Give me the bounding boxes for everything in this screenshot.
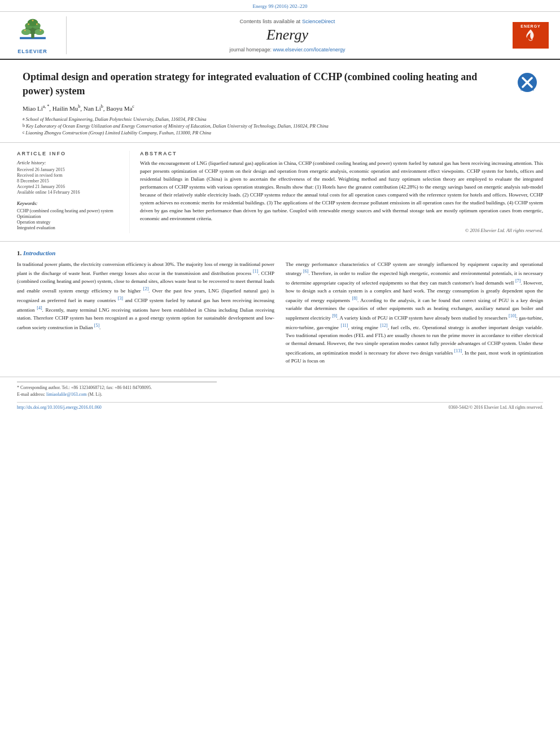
elsevier-tree-icon: [13, 16, 53, 47]
affiliation-c: c Liaoning Zhongyu Construction (Group) …: [23, 130, 537, 136]
crossmark-badge[interactable]: CrossMark: [517, 72, 537, 93]
article-history: Article history: Received 26 January 201…: [17, 160, 118, 195]
intro-para-2: The energy performance characteristics o…: [286, 261, 543, 365]
footnote-email-line: E-mail address: limiaolalile@163.com (M.…: [17, 392, 543, 397]
author-miao-li: Miao Li: [23, 105, 43, 112]
journal-homepage-line: journal homepage: www.elsevier.com/locat…: [229, 47, 345, 53]
journal-homepage-link[interactable]: www.elsevier.com/locate/energy: [273, 47, 345, 53]
history-online: Available online 14 February 2016: [17, 190, 118, 195]
intro-col-right: The energy performance characteristics o…: [286, 261, 543, 369]
svg-point-12: [32, 20, 33, 21]
svg-point-4: [34, 29, 44, 35]
author-baoyu-ma: Baoyu Ma: [106, 105, 132, 112]
energy-logo-text: ENERGY: [516, 24, 545, 28]
issn-text: 0360-5442/© 2016 Elsevier Ltd. All right…: [449, 405, 543, 410]
history-received: Received 26 January 2015: [17, 167, 118, 172]
doi-link[interactable]: http://dx.doi.org/10.1016/j.energy.2016.…: [17, 405, 102, 410]
article-info-column: ARTICLE INFO Article history: Received 2…: [17, 151, 130, 233]
contents-available-label: Contents lists available at ScienceDirec…: [240, 18, 335, 24]
history-revised-date: 8 December 2015: [17, 178, 118, 184]
sciencedirect-link[interactable]: ScienceDirect: [302, 18, 335, 24]
author-nan-li: Nan Li: [84, 105, 101, 112]
affiliation-b: b Key Laboratory of Ocean Energy Utiliza…: [23, 123, 537, 129]
svg-point-11: [36, 23, 37, 25]
section-number: 1.: [17, 250, 23, 256]
affiliations: a School of Mechanical Engineering, Dali…: [23, 116, 537, 136]
keywords-label: Keywords:: [17, 200, 118, 206]
intro-heading: 1. Introduction: [17, 250, 543, 256]
copyright-notice: © 2016 Elsevier Ltd. All rights reserved…: [140, 228, 543, 233]
elsevier-logo: ELSEVIER: [13, 16, 53, 54]
journal-citation: Energy 99 (2016) 202–220: [0, 0, 560, 12]
energy-logo-area: ENERGY: [508, 16, 553, 54]
affiliation-a: a School of Mechanical Engineering, Dali…: [23, 116, 537, 122]
authors-line: Miao Lia, *, Hailin Mub, Nan Lib, Baoyu …: [23, 104, 537, 112]
article-header: Optimal design and operation strategy fo…: [0, 60, 560, 143]
svg-point-10: [28, 23, 29, 25]
keyword-operation-strategy: Operation strategy: [17, 220, 118, 225]
footnote-section: * Corresponding author. Tel.: +86 132340…: [0, 377, 560, 402]
abstract-text: With the encouragement of LNG (liquefied…: [140, 160, 543, 223]
history-revised-label: Received in revised form: [17, 173, 118, 178]
article-info-label: ARTICLE INFO: [17, 151, 118, 156]
article-title: Optimal design and operation strategy fo…: [23, 70, 506, 98]
article-body: ARTICLE INFO Article history: Received 2…: [0, 143, 560, 242]
energy-logo-icon: [519, 28, 542, 45]
intro-col-left: In traditional power plants, the electri…: [17, 261, 274, 369]
keyword-cchp: CCHP (combined cooling heating and power…: [17, 208, 118, 213]
bottom-bar: http://dx.doi.org/10.1016/j.energy.2016.…: [0, 403, 560, 412]
svg-point-9: [40, 29, 41, 31]
svg-point-8: [24, 29, 25, 31]
journal-header: ELSEVIER Contents lists available at Sci…: [0, 12, 560, 60]
footnote-email-link[interactable]: limiaolalile@163.com: [46, 392, 87, 397]
svg-text:CrossMark: CrossMark: [520, 88, 535, 91]
journal-name-display: Energy: [266, 27, 308, 43]
energy-logo-box: ENERGY: [513, 22, 549, 49]
crossmark-icon: CrossMark: [517, 72, 537, 93]
history-accepted: Accepted 21 January 2016: [17, 184, 118, 189]
author-hailin-mu: Hailin Mu: [53, 105, 78, 112]
keyword-integrated-evaluation: Integrated evaluation: [17, 225, 118, 230]
abstract-label: ABSTRACT: [140, 151, 543, 156]
intro-heading-text: Introduction: [23, 250, 55, 256]
elsevier-logo-area: ELSEVIER: [5, 16, 67, 54]
article-abstract-column: ABSTRACT With the encouragement of LNG (…: [140, 151, 543, 233]
svg-point-3: [21, 29, 30, 35]
article-history-title: Article history:: [17, 160, 118, 165]
keywords-section: Keywords: CCHP (combined cooling heating…: [17, 200, 118, 230]
keyword-optimization: Optimization: [17, 214, 118, 219]
article-title-row: Optimal design and operation strategy fo…: [23, 70, 537, 98]
elsevier-wordmark: ELSEVIER: [18, 49, 47, 54]
introduction-section: 1. Introduction In traditional power pla…: [0, 242, 560, 369]
footnote-corresponding: * Corresponding author. Tel.: +86 132340…: [17, 385, 543, 390]
journal-header-center: Contents lists available at ScienceDirec…: [67, 16, 508, 54]
intro-two-col: In traditional power plants, the electri…: [17, 261, 543, 369]
intro-para-1: In traditional power plants, the electri…: [17, 261, 274, 333]
